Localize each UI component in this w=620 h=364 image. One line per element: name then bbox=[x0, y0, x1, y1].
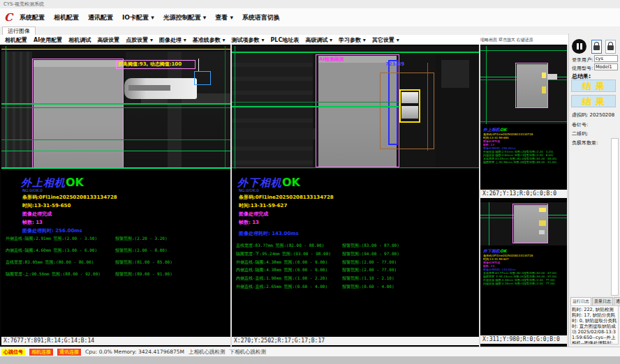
elapsed-text: 图像处理耗时: 143.00ms bbox=[239, 230, 299, 237]
measurement-row: 直线宽度:83.05mm 范围:(80.00 - 86.00)报警范围:(81.… bbox=[1, 259, 230, 266]
alarm-range: 报警范围:(1.10 - 2.10) bbox=[342, 275, 394, 282]
thumbnail-image[interactable] bbox=[480, 46, 567, 124]
pause-button[interactable] bbox=[572, 39, 586, 54]
app-window: CYS-视觉检测系统 C 系统配置相机配置通讯配置IO卡配置 ▾光源控制配置 ▾… bbox=[0, 0, 620, 364]
tab-run-image[interactable]: 运行图像 bbox=[2, 26, 36, 35]
toolbar-item-2[interactable]: 相机调试 bbox=[68, 36, 91, 44]
tracking-roi-box bbox=[194, 71, 211, 85]
measurement-row: 隔圈宽度-上:90.56mm 范围:(88.00 - 92.00)报警范围:(8… bbox=[1, 271, 230, 278]
machinery-texture bbox=[441, 60, 469, 88]
measure-line-horizontal bbox=[1, 139, 230, 140]
mini-measurement-row: 隔圈宽度-上:90.56mm 范围:(88.00 - 92.00)报警范围:(8… bbox=[483, 160, 566, 164]
window-title: CYS-视觉检测系统 bbox=[3, 1, 44, 7]
thumbnail-result-text: 外上相机OK条形码:0Fl1ine20250208133134728时间:13-… bbox=[483, 127, 566, 164]
machinery-texture bbox=[232, 53, 313, 169]
result-box-2: 结果 bbox=[571, 95, 616, 107]
pixel-coordinate-bar: X:7677;Y:891;R:14;G:14;B:14 bbox=[1, 337, 230, 345]
camera-image-outer-lower[interactable]: AI检测画面 723.89 bbox=[232, 46, 479, 169]
menu-item-2[interactable]: 通讯配置 bbox=[88, 13, 113, 22]
elapsed-text: 图像处理耗时: 256.00ms bbox=[22, 227, 82, 234]
measurement-value: 隔圈宽度-上:90.56mm 范围:(88.00 - 92.00) bbox=[6, 271, 113, 278]
window-titlebar: CYS-视觉检测系统 bbox=[0, 0, 620, 8]
menu-item-5[interactable]: 查看 ▾ bbox=[215, 13, 233, 22]
measure-line-horizontal bbox=[1, 103, 230, 105]
alarm-range: 报警范围:(83.00 - 87.00) bbox=[342, 243, 399, 249]
ai-roi-label: AI检测画面 bbox=[319, 56, 344, 63]
result-ok-text: OK bbox=[66, 176, 84, 189]
calibration-line-yellow bbox=[1, 49, 230, 50]
toolbar-item-3[interactable]: 高级设置 bbox=[97, 36, 119, 44]
measurement-row: 内侧直线-隔圈:4.38mm 范围:(0.00 - 9.00)报警范围:(2.0… bbox=[232, 267, 479, 274]
pixel-coordinate-bar: X:311;Y:980;R:0;G:0;B:0 bbox=[480, 335, 567, 344]
detection-roi-box bbox=[32, 59, 124, 169]
measurement-value: 外侧直线-隔圈:4.38mm 范围:(0.00 - 9.00) bbox=[236, 259, 344, 266]
camera-image-outer-upper[interactable]: 胶高阈值:93, 动态阈值:100 bbox=[1, 46, 230, 169]
measurement-value: 内侧直线-隔圈:4.38mm 范围:(0.00 - 9.00) bbox=[236, 267, 344, 273]
measure-line-vertical bbox=[235, 46, 235, 169]
gripper-arm bbox=[547, 74, 557, 79]
measurement-value: 内侧直线-直线:1.90mm 范围:(1.00 - 2.20) bbox=[236, 275, 344, 282]
time-text: 时间:13-31-59-627 bbox=[239, 202, 287, 209]
result-ok-text: OK bbox=[282, 176, 300, 189]
thumbnail-panel-inner-lower[interactable]: 外下相机OK条形码:0Fl1ine20250208133134728时间:13-… bbox=[480, 201, 567, 347]
pin-number-label: 卷针号: bbox=[572, 121, 588, 128]
menu-item-6[interactable]: 系统语言切换 bbox=[242, 13, 280, 22]
highlight-region bbox=[539, 208, 546, 212]
measure-line-horizontal bbox=[232, 52, 479, 53]
toolbar-item-11[interactable]: 其它设置 ▾ bbox=[372, 36, 399, 44]
toolbar: 相机配置AI使用配置相机调试高级设置点胶设置 ▾图像处理 ▾基准线参数 ▾测试项… bbox=[0, 35, 620, 45]
result-list-box[interactable] bbox=[611, 138, 619, 296]
pause-icon bbox=[577, 43, 579, 50]
threshold-overlay-label: 胶高阈值:93, 动态阈值:100 bbox=[116, 60, 195, 69]
camera-result-title: 外上相机OK bbox=[21, 176, 84, 190]
detection-roi-box bbox=[515, 63, 548, 108]
unlock-button[interactable] bbox=[605, 40, 616, 54]
measure-line-horizontal bbox=[232, 106, 399, 107]
thumbnail-image[interactable] bbox=[480, 202, 567, 245]
measurement-value: 直线宽度:83.05mm 范围:(80.00 - 86.00) bbox=[6, 259, 113, 266]
toolbar-item-0[interactable]: 相机配置 bbox=[5, 36, 27, 44]
pixel-coordinate-bar: X:267;Y:13;R:0;G:0;B:0 bbox=[480, 190, 567, 198]
ng-ok-counter: NG:0/OK:0 bbox=[22, 188, 43, 192]
alarm-range: 报警范围:(89.00 - 91.00) bbox=[115, 271, 172, 278]
menu-item-3[interactable]: IO卡配置 ▾ bbox=[122, 13, 154, 22]
measurement-value: 外侧直线-隔圈:2.91mm 范围:(2.00 - 3.50) bbox=[6, 236, 113, 242]
measurement-row: 外侧直线-直线:2.65mm 范围:(0.60 - 4.00)报警范围:(0.6… bbox=[232, 284, 479, 291]
menu-items: 系统配置相机配置通讯配置IO卡配置 ▾光源控制配置 ▾查看 ▾系统语言切换 bbox=[20, 8, 280, 26]
lower-camera-heartbeat-text: 下相机心跳检测 bbox=[230, 349, 267, 356]
tab-foil-region bbox=[401, 106, 418, 119]
toolbar-item-5[interactable]: 图像处理 ▾ bbox=[159, 36, 186, 44]
highlight-region bbox=[542, 73, 546, 78]
measurement-value: 直线宽度:83.77mm 范围:(82.00 - 88.00) bbox=[236, 243, 344, 249]
login-user-input[interactable] bbox=[594, 55, 618, 62]
measurement-value: 隔圈宽度-下:95.24mm 范围:(93.00 - 98.00) bbox=[236, 251, 344, 257]
thumbnail-panel-inner-upper[interactable]: 外上相机OK条形码:0Fl1ine20250208133134728时间:13-… bbox=[480, 45, 567, 199]
comm-status-badge: 通讯连接 bbox=[57, 349, 81, 356]
toolbar-item-9[interactable]: 高级调试 ▾ bbox=[305, 36, 332, 44]
menu-item-1[interactable]: 相机配置 bbox=[54, 13, 79, 22]
measurement-row: 外侧直线-隔圈:2.91mm 范围:(2.00 - 3.50)报警范围:(2.2… bbox=[1, 236, 230, 243]
model-input[interactable] bbox=[594, 63, 618, 70]
barcode-text: 条形码:0Fl1ine20250208133134728 bbox=[239, 194, 334, 201]
log-text-area[interactable]: 耗时: 222, 缺陷检测耗时: 17, 缺陷分类耗时: 0, 缺陷提取分类耗时… bbox=[570, 305, 619, 344]
toolbar-item-1[interactable]: AI使用配置 bbox=[34, 36, 62, 44]
toolbar-item-4[interactable]: 点胶设置 ▾ bbox=[126, 36, 153, 44]
window-bottom-strip bbox=[0, 356, 620, 364]
alarm-range: 报警范围:(81.00 - 85.00) bbox=[115, 259, 172, 266]
machinery-texture bbox=[232, 128, 316, 139]
camera-panel-outer-upper: 胶高阈值:93, 动态阈值:100 外上相机OK NG:0/OK:0 条形码:0… bbox=[1, 45, 230, 347]
lock-button[interactable] bbox=[591, 40, 602, 54]
menu-item-4[interactable]: 光源控制配置 ▾ bbox=[163, 13, 207, 22]
model-label: 使用型号: bbox=[572, 65, 593, 72]
toolbar-item-8[interactable]: PLC地址表 bbox=[270, 36, 299, 44]
barcode-text: 条形码:0Fl1ine20250208133134728 bbox=[22, 194, 117, 201]
toolbar-item-10[interactable]: 学习参数 ▾ bbox=[339, 36, 366, 44]
menu-item-0[interactable]: 系统配置 bbox=[20, 13, 45, 22]
cpu-memory-text: Cpu: 0.0% Memory: 3424.41796875M bbox=[85, 349, 184, 355]
toolbar-item-6[interactable]: 基准线参数 ▾ bbox=[193, 36, 226, 44]
toolbar-item-7[interactable]: 测试项参数 ▾ bbox=[232, 36, 265, 44]
measurement-value: 外侧直线-直线:2.65mm 范围:(0.60 - 4.00) bbox=[236, 284, 344, 290]
measurement-row: 隔圈宽度-下:95.24mm 范围:(93.00 - 98.00)报警范围:(9… bbox=[232, 251, 479, 258]
app-logo-icon: C bbox=[4, 11, 13, 24]
process-done-text: 图像处理完成 bbox=[22, 211, 52, 218]
